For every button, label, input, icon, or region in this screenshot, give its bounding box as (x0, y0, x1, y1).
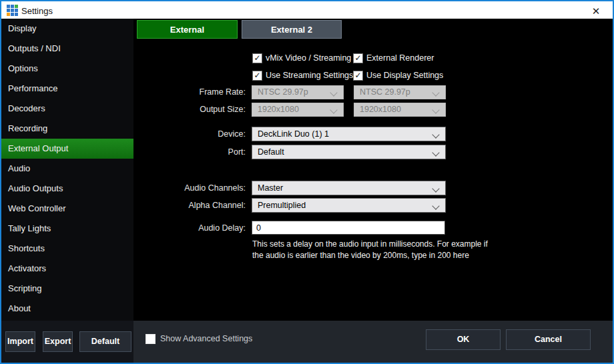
frame-rate-select-right[interactable]: NTSC 29.97p (354, 85, 446, 99)
frame-rate-value-left: NTSC 29.97p (258, 87, 308, 97)
sidebar-item-options[interactable]: Options (1, 59, 133, 79)
vmix-video-streaming-label: vMix Video / Streaming (266, 53, 351, 63)
import-button[interactable]: Import (5, 331, 35, 352)
frame-rate-value-right: NTSC 29.97p (360, 87, 410, 97)
alpha-channel-label: Alpha Channel: (154, 200, 246, 211)
sidebar-item-activators[interactable]: Activators (1, 259, 133, 279)
audio-delay-input[interactable] (252, 221, 445, 235)
audio-channels-value: Master (258, 183, 283, 193)
chevron-down-icon (432, 202, 439, 209)
logo-cell (11, 13, 14, 16)
output-size-select-left[interactable]: 1920x1080 (252, 103, 344, 117)
sidebar-item-decoders[interactable]: Decoders (1, 99, 133, 119)
sidebar-item-performance[interactable]: Performance (1, 79, 133, 99)
vmix-logo-icon (7, 5, 18, 16)
logo-cell (7, 13, 10, 16)
alpha-channel-select[interactable]: Premultiplied (252, 198, 446, 213)
chevron-down-icon (432, 89, 439, 96)
logo-cell (11, 9, 14, 12)
help-line-2: the audio is earlier than the video by 2… (252, 250, 539, 261)
sidebar-item-recording[interactable]: Recording (1, 119, 133, 139)
logo-cell (15, 9, 18, 12)
logo-cell (11, 5, 14, 8)
sidebar-item-display[interactable]: Display (1, 19, 133, 39)
audio-channels-label: Audio Channels: (154, 183, 246, 193)
external-renderer-label: External Renderer (366, 53, 434, 63)
logo-cell (15, 13, 18, 16)
logo-cell (15, 5, 18, 8)
logo-cell (7, 5, 10, 8)
sidebar-item-audio-outputs[interactable]: Audio Outputs (1, 179, 133, 199)
chevron-down-icon (432, 131, 439, 138)
output-size-value-left: 1920x1080 (258, 105, 299, 114)
sidebar-item-external-output[interactable]: External Output (1, 139, 133, 159)
audio-delay-help-text: This sets a delay on the audio input in … (252, 239, 539, 262)
window-title: Settings (21, 3, 53, 20)
output-size-select-right[interactable]: 1920x1080 (354, 103, 446, 117)
chevron-down-icon (330, 106, 337, 113)
ok-button[interactable]: OK (426, 329, 501, 350)
port-select[interactable]: Default (252, 145, 446, 159)
audio-channels-select[interactable]: Master (252, 181, 446, 195)
frame-rate-select-left[interactable]: NTSC 29.97p (252, 85, 344, 99)
close-button[interactable]: ✕ (585, 3, 607, 20)
device-value: DeckLink Duo (1) 1 (258, 129, 329, 139)
output-size-value-right: 1920x1080 (360, 105, 401, 114)
help-line-1: This sets a delay on the audio input in … (252, 239, 539, 250)
content-area (133, 19, 613, 321)
device-select[interactable]: DeckLink Duo (1) 1 (252, 127, 446, 141)
cancel-button[interactable]: Cancel (506, 329, 591, 350)
frame-rate-label: Frame Rate: (154, 87, 246, 97)
sidebar-item-web-controller[interactable]: Web Controller (1, 199, 133, 219)
vmix-video-streaming-checkbox[interactable]: ✓ (252, 53, 262, 63)
use-streaming-settings-checkbox[interactable]: ✓ (252, 71, 262, 81)
chevron-down-icon (330, 89, 337, 96)
external-renderer-checkbox[interactable]: ✓ (353, 53, 363, 63)
close-icon: ✕ (592, 5, 601, 17)
default-button[interactable]: Default (79, 331, 131, 352)
use-display-settings-label: Use Display Settings (366, 71, 443, 81)
port-label: Port: (154, 147, 246, 157)
sidebar-item-audio[interactable]: Audio (1, 159, 133, 179)
tab-external[interactable]: External (137, 20, 238, 39)
chevron-down-icon (432, 149, 439, 156)
audio-delay-label: Audio Delay: (154, 223, 246, 233)
logo-cell (7, 9, 10, 12)
sidebar: Display Outputs / NDI Options Performanc… (1, 19, 133, 321)
export-button[interactable]: Export (43, 331, 73, 352)
alpha-channel-value: Premultiplied (258, 201, 306, 210)
sidebar-item-scripting[interactable]: Scripting (1, 279, 133, 299)
sidebar-item-about[interactable]: About (1, 299, 133, 319)
chevron-down-icon (432, 185, 439, 192)
sidebar-item-tally-lights[interactable]: Tally Lights (1, 219, 133, 239)
chevron-down-icon (432, 106, 439, 113)
port-value: Default (258, 147, 284, 157)
titlebar: Settings ✕ (1, 1, 613, 19)
show-advanced-settings-checkbox[interactable] (145, 334, 156, 344)
show-advanced-settings-label: Show Advanced Settings (160, 333, 252, 344)
tab-external-2[interactable]: External 2 (242, 20, 342, 39)
settings-window: Settings ✕ Display Outputs / NDI Options… (0, 0, 614, 364)
use-streaming-settings-label: Use Streaming Settings (266, 71, 353, 81)
sidebar-item-outputs-ndi[interactable]: Outputs / NDI (1, 39, 133, 59)
device-label: Device: (154, 129, 246, 139)
use-display-settings-checkbox[interactable]: ✓ (353, 71, 363, 81)
sidebar-item-shortcuts[interactable]: Shortcuts (1, 239, 133, 259)
output-size-label: Output Size: (154, 104, 246, 115)
